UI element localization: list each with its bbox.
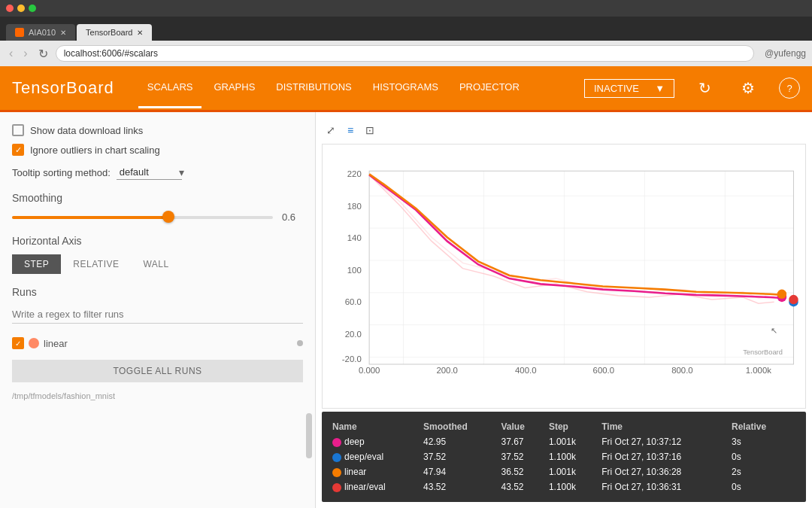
nav-distributions[interactable]: DISTRIBUTIONS bbox=[267, 68, 360, 108]
grid-chart-btn[interactable]: ⊡ bbox=[361, 121, 379, 139]
tab-close-tb[interactable]: ✕ bbox=[137, 29, 143, 37]
svg-text:140: 140 bbox=[347, 233, 362, 242]
tooltip-sort-row: Tooltip sorting method: default ascendin… bbox=[12, 165, 303, 180]
svg-text:1.000k: 1.000k bbox=[746, 366, 771, 375]
show-download-option: Show data download links bbox=[12, 124, 303, 136]
h-axis-step[interactable]: STEP bbox=[12, 254, 61, 274]
tab-tensorboard[interactable]: TensorBoard ✕ bbox=[77, 24, 152, 41]
row-lineareval-smoothed: 43.52 bbox=[423, 479, 501, 494]
deep-color-dot bbox=[332, 438, 341, 447]
ignore-outliers-label: Ignore outliers in chart scaling bbox=[30, 144, 160, 156]
row-lineareval-relative: 0s bbox=[732, 479, 795, 494]
chart-controls: ⤢ ≡ ⊡ bbox=[322, 118, 806, 144]
deepeval-color-dot bbox=[332, 453, 341, 462]
tab-label-tb: TensorBoard bbox=[86, 28, 132, 37]
row-lineareval-time: Fri Oct 27, 10:36:31 bbox=[601, 479, 732, 494]
svg-text:200.0: 200.0 bbox=[436, 366, 457, 375]
svg-text:220: 220 bbox=[347, 169, 362, 178]
sidebar-scrollbar[interactable] bbox=[306, 413, 312, 458]
address-input[interactable] bbox=[56, 45, 754, 62]
show-download-checkbox[interactable] bbox=[12, 124, 24, 136]
address-right: @yufengg bbox=[765, 48, 806, 59]
ignore-outliers-checkbox[interactable] bbox=[12, 144, 24, 156]
svg-text:180: 180 bbox=[347, 202, 362, 211]
close-dot[interactable] bbox=[6, 5, 14, 12]
help-icon-btn[interactable]: ? bbox=[779, 78, 800, 99]
forward-button[interactable]: › bbox=[20, 45, 30, 62]
row-deep-time: Fri Oct 27, 10:37:12 bbox=[601, 434, 732, 449]
row-linear-smoothed: 47.94 bbox=[423, 464, 501, 479]
chart-area: ⤢ ≡ ⊡ 220 180 140 100 60.0 bbox=[316, 112, 812, 508]
main-layout: Show data download links Ignore outliers… bbox=[0, 112, 812, 508]
sidebar: Show data download links Ignore outliers… bbox=[0, 112, 316, 508]
tooltip-sort-label: Tooltip sorting method: bbox=[12, 167, 111, 178]
table-row: deep 42.95 37.67 1.001k Fri Oct 27, 10:3… bbox=[332, 434, 795, 449]
row-deep-relative: 3s bbox=[732, 434, 795, 449]
row-deep-value: 37.67 bbox=[501, 434, 548, 449]
settings-icon-btn[interactable]: ⚙ bbox=[735, 76, 761, 100]
tooltip-header-smoothed: Smoothed bbox=[423, 419, 501, 434]
user-label: @yufengg bbox=[765, 48, 806, 59]
minimize-dot[interactable] bbox=[17, 5, 25, 12]
tb-nav: SCALARS GRAPHS DISTRIBUTIONS HISTOGRAMS … bbox=[138, 68, 529, 108]
row-deep-name: deep bbox=[332, 434, 423, 449]
svg-text:400.0: 400.0 bbox=[515, 366, 536, 375]
row-deepeval-name: deep/eval bbox=[332, 449, 423, 464]
tooltip-sort-select[interactable]: default ascending descending bbox=[117, 165, 182, 180]
inactive-box[interactable]: INACTIVE ▼ bbox=[584, 79, 674, 98]
run-scroll-dot bbox=[297, 340, 303, 346]
row-linear-name: linear bbox=[332, 464, 423, 479]
ignore-outliers-option: Ignore outliers in chart scaling bbox=[12, 144, 303, 156]
tab-aia010[interactable]: AIA010 ✕ bbox=[6, 24, 75, 41]
svg-text:600.0: 600.0 bbox=[593, 366, 614, 375]
chart-svg: 220 180 140 100 60.0 20.0 -20.0 0.000 20… bbox=[322, 144, 806, 409]
linear-run-checkbox[interactable] bbox=[12, 337, 24, 349]
lineareval-color-dot bbox=[332, 483, 341, 492]
h-axis-relative[interactable]: RELATIVE bbox=[61, 254, 131, 274]
nav-graphs[interactable]: GRAPHS bbox=[205, 68, 264, 108]
inactive-selector[interactable]: INACTIVE ▼ bbox=[584, 79, 674, 98]
svg-text:↖: ↖ bbox=[771, 326, 777, 335]
linear-color-dot bbox=[332, 468, 341, 477]
refresh-button[interactable]: ↻ bbox=[35, 45, 51, 62]
inactive-arrow: ▼ bbox=[655, 83, 665, 94]
tooltip-data-table: Name Smoothed Value Step Time Relative d… bbox=[332, 419, 795, 494]
linear-run-name: linear bbox=[44, 338, 68, 349]
smoothing-value: 0.6 bbox=[282, 211, 303, 223]
linear-run-dot bbox=[29, 338, 39, 348]
back-button[interactable]: ‹ bbox=[6, 45, 16, 62]
tooltip-header-step: Step bbox=[549, 419, 601, 434]
inactive-label: INACTIVE bbox=[594, 83, 639, 94]
svg-text:60.0: 60.0 bbox=[345, 297, 362, 306]
toggle-all-button[interactable]: TOGGLE ALL RUNS bbox=[12, 360, 303, 382]
linear-endpoint bbox=[777, 290, 786, 299]
dropdown-arrow-icon: ▾ bbox=[179, 166, 184, 178]
tooltip-header-time: Time bbox=[601, 419, 732, 434]
browser-chrome bbox=[0, 0, 812, 17]
tab-bar: AIA010 ✕ TensorBoard ✕ bbox=[0, 17, 812, 41]
slider-thumb[interactable] bbox=[162, 211, 174, 223]
row-linear-step: 1.001k bbox=[549, 464, 601, 479]
nav-projector[interactable]: PROJECTOR bbox=[450, 68, 529, 108]
tab-label-aia: AIA010 bbox=[29, 28, 56, 37]
nav-histograms[interactable]: HISTOGRAMS bbox=[364, 68, 447, 108]
svg-rect-0 bbox=[369, 171, 793, 364]
maximize-dot[interactable] bbox=[29, 5, 36, 12]
table-row: linear 47.94 36.52 1.001k Fri Oct 27, 10… bbox=[332, 464, 795, 479]
nav-scalars[interactable]: SCALARS bbox=[138, 68, 202, 108]
svg-text:20.0: 20.0 bbox=[345, 330, 362, 339]
chart-wrapper: 220 180 140 100 60.0 20.0 -20.0 0.000 20… bbox=[322, 144, 806, 409]
list-chart-btn[interactable]: ≡ bbox=[343, 121, 358, 139]
show-download-label: Show data download links bbox=[30, 125, 143, 136]
address-bar: ‹ › ↻ @yufengg bbox=[0, 41, 812, 66]
slider-fill bbox=[12, 216, 168, 219]
smoothing-slider[interactable] bbox=[12, 216, 273, 219]
refresh-icon-btn[interactable]: ↻ bbox=[692, 76, 717, 100]
h-axis-wall[interactable]: WALL bbox=[131, 254, 180, 274]
expand-chart-btn[interactable]: ⤢ bbox=[322, 121, 340, 139]
filter-runs-input[interactable] bbox=[12, 306, 303, 324]
row-deepeval-step: 1.100k bbox=[549, 449, 601, 464]
tab-close-aia[interactable]: ✕ bbox=[60, 29, 66, 37]
svg-text:0.000: 0.000 bbox=[359, 366, 380, 375]
row-lineareval-value: 43.52 bbox=[501, 479, 548, 494]
